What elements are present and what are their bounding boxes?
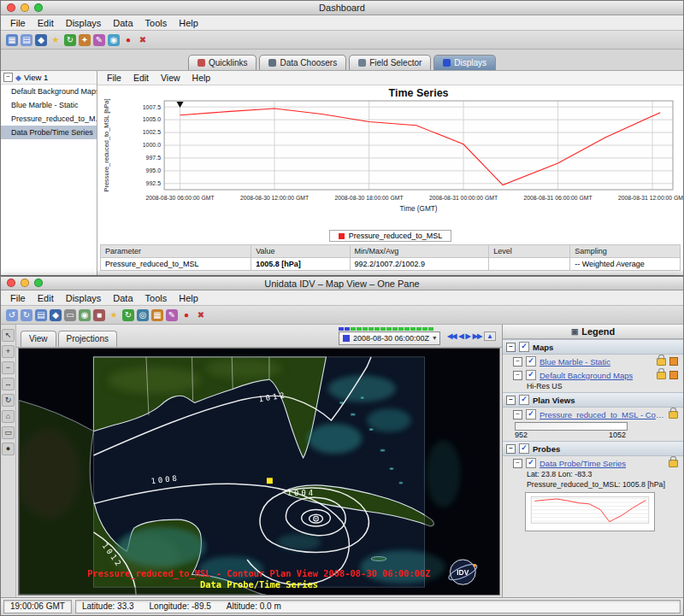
display-link[interactable]: Pressure_reduced_to_MSL - Conto...	[540, 410, 665, 419]
menu-data[interactable]: Data	[107, 18, 139, 28]
display-checkbox[interactable]: ✓	[526, 356, 536, 367]
open-bundle-icon[interactable]: ▤	[35, 309, 47, 321]
time-step-segment[interactable]	[386, 327, 392, 331]
section-checkbox[interactable]: ✓	[519, 342, 529, 352]
section-checkbox[interactable]: ✓	[519, 443, 529, 454]
zoom-window-icon[interactable]	[34, 279, 43, 287]
refresh-icon[interactable]: ↻	[122, 309, 134, 321]
projection-icon[interactable]: ◎	[137, 309, 149, 321]
collapse-icon[interactable]: −	[513, 357, 522, 367]
menu-edit[interactable]: Edit	[127, 73, 155, 83]
play-button[interactable]: ▶	[466, 332, 470, 340]
collapse-icon[interactable]: −	[513, 459, 522, 468]
favorites-star-icon[interactable]: ★	[50, 34, 62, 46]
display-link[interactable]: Blue Marble - Static	[540, 357, 610, 367]
movie-capture-icon[interactable]: ■	[93, 309, 105, 321]
time-step-segment[interactable]	[363, 327, 368, 331]
show-dashboard-icon[interactable]: ▦	[6, 34, 18, 46]
favorites-star-icon[interactable]: ★	[108, 309, 120, 321]
map-view[interactable]: 1012 1008 1004 1012 Pressure_reduced_to_…	[18, 348, 500, 595]
lock-icon[interactable]	[669, 411, 678, 419]
time-step-segment[interactable]	[416, 327, 422, 331]
view-tree-root[interactable]: − ◆ View 1	[1, 71, 97, 85]
collapse-icon[interactable]: −	[513, 371, 522, 380]
collapse-icon[interactable]: −	[506, 396, 516, 405]
toggle-animation-properties-button[interactable]: ▲	[484, 331, 496, 341]
lock-icon[interactable]	[657, 358, 666, 366]
time-step-segment[interactable]	[339, 327, 344, 331]
display-link[interactable]: Default Background Maps	[540, 371, 633, 380]
tree-collapse-icon[interactable]: −	[3, 73, 13, 82]
menu-file[interactable]: File	[4, 18, 32, 28]
map-titlebar[interactable]: Unidata IDV – Map View – One Pane	[1, 277, 683, 290]
print-icon[interactable]: ▭	[64, 309, 76, 321]
section-checkbox[interactable]: ✓	[519, 395, 529, 405]
color-scale-bar[interactable]	[515, 422, 628, 431]
select-cursor-icon[interactable]: ↖	[2, 329, 15, 342]
menu-edit[interactable]: Edit	[32, 18, 60, 28]
properties-icon[interactable]	[669, 357, 678, 366]
collapse-icon[interactable]: −	[513, 410, 522, 419]
wrench-icon[interactable]: ✦	[79, 34, 91, 46]
time-step-segment[interactable]	[404, 327, 410, 331]
time-step-segment[interactable]	[369, 327, 374, 331]
time-step-segment[interactable]	[380, 327, 386, 331]
image-capture-icon[interactable]: ◉	[79, 309, 91, 321]
legend-float-icon[interactable]: ▣	[571, 325, 579, 338]
menu-tools[interactable]: Tools	[139, 293, 174, 303]
drawing-icon[interactable]: ✎	[166, 309, 178, 321]
minimize-window-icon[interactable]	[21, 3, 29, 12]
zoom-out-icon[interactable]: −	[2, 361, 15, 374]
menu-edit[interactable]: Edit	[32, 293, 60, 303]
menu-tools[interactable]: Tools	[139, 18, 174, 28]
stop-loads-icon[interactable]: ●	[180, 309, 192, 321]
menu-help[interactable]: Help	[173, 293, 204, 303]
display-list-item[interactable]: Pressure_reduced_to_M.	[1, 112, 97, 126]
time-step-segment[interactable]	[374, 327, 380, 331]
menu-view[interactable]: View	[155, 73, 186, 83]
legend-section-probes-header[interactable]: − ✓ Probes	[503, 441, 683, 456]
time-step-segment[interactable]	[428, 327, 433, 331]
display-checkbox[interactable]: ✓	[526, 458, 536, 468]
home-view-icon[interactable]: ⌂	[2, 410, 15, 423]
time-step-segment[interactable]	[392, 327, 398, 331]
menu-file[interactable]: File	[4, 293, 32, 303]
tab-data-choosers[interactable]: Data Choosers	[259, 55, 346, 70]
display-list-item[interactable]: Data Probe/Time Series	[1, 126, 97, 139]
tab-field-selector[interactable]: Field Selector	[349, 55, 431, 70]
menu-help[interactable]: Help	[173, 18, 204, 28]
search-icon[interactable]: ◉	[108, 34, 120, 46]
time-series-chart[interactable]: Time Series992.5995.0997.51000.01002.510…	[97, 85, 683, 229]
save-bundle-icon[interactable]: ◆	[35, 34, 47, 46]
probe-marker[interactable]	[267, 478, 273, 484]
display-checkbox[interactable]: ✓	[526, 370, 536, 380]
time-step-segment[interactable]	[357, 327, 362, 331]
collapse-icon[interactable]: −	[506, 343, 516, 352]
menu-displays[interactable]: Displays	[60, 18, 108, 28]
properties-icon[interactable]	[669, 371, 678, 379]
time-step-segment[interactable]	[422, 327, 428, 331]
probe-chart-thumbnail[interactable]	[525, 492, 655, 531]
save-bundle-icon[interactable]: ◆	[50, 309, 62, 321]
refresh-icon[interactable]: ↻	[64, 34, 76, 46]
step-back-button[interactable]: ◀	[458, 332, 463, 340]
legend-section-maps-header[interactable]: − ✓ Maps	[503, 339, 683, 355]
display-list-item[interactable]: Default Background Maps	[1, 85, 97, 98]
open-favorites-icon[interactable]: ▤	[21, 34, 32, 46]
color-table-icon[interactable]: ▦	[151, 309, 163, 321]
lock-icon[interactable]	[657, 372, 666, 379]
map-scene[interactable]: 1012 1008 1004 1012 Pressure_reduced_to_…	[19, 349, 499, 595]
undo-icon[interactable]: ↺	[6, 309, 18, 321]
contour-display-label[interactable]: Pressure_reduced_to_MSL - Contour Plan V…	[87, 568, 430, 579]
display-checkbox[interactable]: ✓	[526, 409, 536, 419]
close-window-icon[interactable]	[7, 3, 15, 12]
probe-display-label[interactable]: Data Probe/Time Series	[200, 579, 318, 590]
cancel-icon[interactable]: ✖	[137, 34, 149, 46]
pan-icon[interactable]: ↔	[2, 378, 15, 390]
display-list-item[interactable]: Blue Marble - Static	[1, 98, 97, 112]
time-step-segment[interactable]	[410, 327, 416, 331]
menu-help[interactable]: Help	[186, 73, 217, 83]
tab-view[interactable]: View	[21, 331, 56, 347]
zoom-in-icon[interactable]: +	[2, 345, 15, 358]
settings-icon[interactable]: ●	[2, 443, 15, 455]
